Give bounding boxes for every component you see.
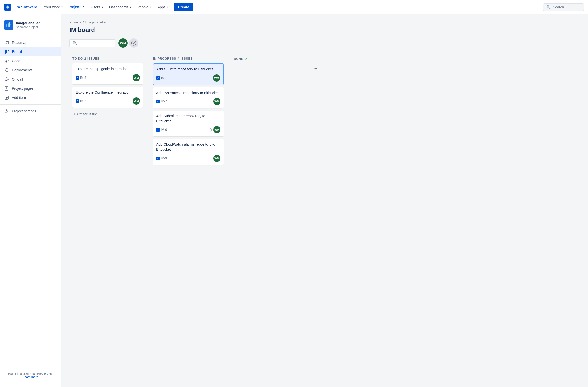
card-im2-footer: IM-2 WM <box>76 97 140 105</box>
project-icon <box>4 20 13 30</box>
sidebar-item-deployments[interactable]: Deployments <box>0 66 61 75</box>
nav-items: Your work ▾ Projects ▾ Filters ▾ Dashboa… <box>41 3 543 11</box>
card-im6-id: IM-6 <box>156 128 167 132</box>
sidebar-item-oncall[interactable]: On-call <box>0 75 61 84</box>
svg-point-13 <box>7 79 8 80</box>
card-im3-footer: IM-3 WM <box>76 74 140 81</box>
board-search[interactable]: 🔍 <box>69 39 115 47</box>
card-im9-title: Add CloudWatch alarms repository to Bitb… <box>156 142 220 152</box>
board-search-input[interactable] <box>79 41 112 45</box>
svg-rect-2 <box>6 24 7 27</box>
sidebar-project: ImageLabeller Software project <box>0 18 61 34</box>
svg-rect-3 <box>8 23 9 27</box>
project-type: Software project <box>16 25 40 29</box>
nav-people[interactable]: People ▾ <box>135 3 154 11</box>
card-im2-id-text: IM-2 <box>80 99 86 103</box>
page-layout: ImageLabeller Software project Roadmap <box>0 14 588 387</box>
chevron-down-icon: ▾ <box>102 6 103 8</box>
sidebar-item-add-item[interactable]: Add item <box>0 93 61 102</box>
sidebar-board-label: Board <box>12 50 22 54</box>
sidebar: ImageLabeller Software project Roadmap <box>0 14 61 387</box>
card-im7[interactable]: Add systemtests repository to Bitbucket … <box>153 87 224 108</box>
nav-your-work[interactable]: Your work ▾ <box>41 3 65 11</box>
sidebar-deployments-label: Deployments <box>12 68 33 72</box>
plus-icon: + <box>74 112 76 116</box>
breadcrumb: Projects / ImageLabeller <box>69 20 580 24</box>
column-todo: TO DO 2 ISSUES Explore the Opsgenie inte… <box>69 54 146 121</box>
sidebar-item-board[interactable]: Board <box>0 47 61 56</box>
avatar-wm[interactable]: WM <box>118 38 128 48</box>
chevron-down-icon: ▾ <box>167 6 168 8</box>
learn-more-link[interactable]: Learn more <box>23 375 38 379</box>
sidebar-divider-2 <box>0 104 61 105</box>
card-im2-checkbox <box>76 99 79 103</box>
card-im6-footer: IM-6 ⬡ WM <box>156 126 220 133</box>
add-column-button[interactable]: + <box>311 64 321 73</box>
card-im5-avatar: WM <box>213 74 220 82</box>
sidebar-project-pages-label: Project pages <box>12 86 34 91</box>
sidebar-oncall-label: On-call <box>12 77 23 81</box>
nav-dashboards[interactable]: Dashboards ▾ <box>107 3 134 11</box>
board-toolbar: 🔍 WM <box>69 38 580 48</box>
create-button[interactable]: Create <box>174 3 193 11</box>
card-im9-id: IM-9 <box>156 157 167 160</box>
svg-line-8 <box>6 59 7 62</box>
avatar-group: WM <box>118 38 138 48</box>
card-im7-id-text: IM-7 <box>161 100 167 103</box>
search-placeholder: Search <box>553 5 564 9</box>
search-icon: 🔍 <box>546 5 551 9</box>
chevron-down-icon: ▾ <box>150 6 151 8</box>
add-avatar-button[interactable] <box>129 38 138 48</box>
card-im5[interactable]: Add s3_infra repository to Bitbucket IM-… <box>153 63 224 85</box>
add-item-icon <box>4 95 9 100</box>
done-check-icon: ✓ <box>245 57 248 61</box>
card-im6-id-text: IM-6 <box>161 128 167 132</box>
column-todo-title: TO DO <box>72 57 83 60</box>
oncall-icon <box>4 77 9 82</box>
svg-point-12 <box>6 79 6 80</box>
card-im3-id: IM-3 <box>76 76 86 80</box>
card-im5-id: IM-5 <box>156 76 167 80</box>
top-nav: Jira Software Your work ▾ Projects ▾ Fil… <box>0 0 588 14</box>
nav-projects[interactable]: Projects ▾ <box>66 3 87 11</box>
card-im3[interactable]: Explore the Opsgenie integration IM-3 WM <box>72 63 143 84</box>
card-im3-avatar: WM <box>133 74 140 81</box>
card-im9[interactable]: Add CloudWatch alarms repository to Bitb… <box>153 139 224 165</box>
search-icon: 🔍 <box>72 41 77 45</box>
breadcrumb-current: ImageLabeller <box>85 20 106 24</box>
main-content: Projects / ImageLabeller IM board 🔍 WM <box>61 14 588 387</box>
card-im5-id-text: IM-5 <box>161 76 167 80</box>
sidebar-item-roadmap[interactable]: Roadmap <box>0 38 61 47</box>
card-im6[interactable]: Add SubmitImage repository to Bitbucket … <box>153 111 224 136</box>
sidebar-divider <box>0 36 61 36</box>
card-im7-footer: IM-7 WM <box>156 98 220 105</box>
column-inprogress-count: 4 ISSUES <box>178 57 193 60</box>
breadcrumb-projects[interactable]: Projects <box>69 20 81 24</box>
chevron-down-icon: ▾ <box>61 6 63 8</box>
logo[interactable]: Jira Software <box>4 4 37 11</box>
project-name: ImageLabeller <box>16 21 40 25</box>
card-im2[interactable]: Explore the Confluence integration IM-2 … <box>72 87 143 108</box>
column-inprogress-title: IN PROGRESS <box>153 57 176 60</box>
card-im9-avatar: WM <box>213 155 220 162</box>
card-im2-avatar: WM <box>133 97 140 105</box>
chevron-down-icon: ▾ <box>83 5 84 8</box>
sidebar-item-project-settings[interactable]: Project settings <box>0 107 61 116</box>
global-search[interactable]: 🔍 Search <box>543 3 584 11</box>
sidebar-item-code[interactable]: Code <box>0 56 61 66</box>
nav-apps[interactable]: Apps ▾ <box>155 3 171 11</box>
project-info: ImageLabeller Software project <box>16 21 40 29</box>
sidebar-settings-label: Project settings <box>12 109 36 113</box>
column-inprogress: IN PROGRESS 4 ISSUES Add s3_infra reposi… <box>150 54 227 171</box>
create-issue-button[interactable]: + Create issue <box>72 110 143 118</box>
code-icon <box>4 58 9 63</box>
column-todo-count: 2 ISSUES <box>84 57 100 60</box>
sidebar-item-project-pages[interactable]: Project pages <box>0 84 61 93</box>
card-im3-title: Explore the Opsgenie integration <box>76 67 140 72</box>
nav-filters[interactable]: Filters ▾ <box>88 3 106 11</box>
card-im6-title: Add SubmitImage repository to Bitbucket <box>156 114 220 124</box>
card-im5-checkbox <box>156 76 160 80</box>
card-im3-id-text: IM-3 <box>80 76 86 80</box>
sidebar-code-label: Code <box>12 59 20 63</box>
card-im6-checkbox <box>156 128 160 132</box>
